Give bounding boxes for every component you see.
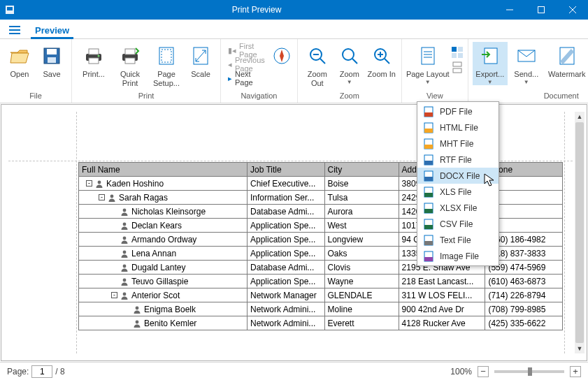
app-menu-button[interactable] [4, 22, 25, 38]
minimize-button[interactable] [494, 0, 525, 20]
navigation-pane-button[interactable] [271, 42, 293, 70]
column-header: City [324, 163, 399, 177]
watermark-button[interactable]: Watermark [545, 42, 588, 79]
img-file-icon [423, 251, 434, 262]
pdf-file-icon [423, 106, 434, 117]
svg-rect-13 [89, 49, 99, 54]
chevron-down-icon: ▼ [524, 79, 529, 85]
svg-rect-36 [452, 47, 457, 52]
open-button[interactable]: Open [4, 42, 35, 79]
save-button[interactable]: Save [36, 42, 67, 79]
scroll-down-icon[interactable]: ▼ [575, 344, 585, 353]
cell: Aurora [324, 205, 399, 219]
svg-point-15 [98, 55, 100, 57]
export-option-html[interactable]: HTML File [417, 119, 499, 136]
zoom-icon [338, 45, 361, 67]
docx-file-icon [423, 170, 434, 182]
zoom-slider-thumb[interactable] [528, 367, 532, 376]
ribbon-group-navigation: ▮◂First Page ◂Previous Page ▸Next Page N… [221, 39, 298, 103]
export-option-txt[interactable]: Text File [417, 232, 499, 248]
tree-expander[interactable]: - [111, 292, 117, 298]
thumbnails-icon[interactable] [451, 46, 464, 59]
page-label: Page: [7, 367, 29, 377]
page-setup-label: Page Setup... [149, 70, 184, 87]
export-option-img[interactable]: Image File [417, 248, 499, 264]
svg-point-49 [123, 222, 127, 226]
scale-button[interactable]: Scale [185, 42, 216, 79]
continuous-icon[interactable] [451, 61, 464, 74]
margin-guide [76, 112, 77, 353]
cell: Database Admi... [247, 261, 324, 275]
window-title: Print Preview [20, 5, 494, 15]
ribbon-group-document: Export...▼ Send...▼ Watermark Document [468, 39, 588, 103]
export-option-xlsx[interactable]: XLSX File [417, 200, 499, 216]
export-option-csv[interactable]: CSV File [417, 216, 499, 232]
quick-print-label: Quick Print [113, 70, 148, 87]
cell: (708) 799-8985 [485, 302, 563, 316]
zoom-out-status-button[interactable]: − [478, 366, 489, 377]
cell: GLENDALE [324, 288, 399, 302]
vertical-scrollbar[interactable]: ▲ ▼ [575, 112, 585, 353]
svg-rect-8 [9, 33, 20, 34]
svg-point-54 [123, 292, 127, 295]
page-setup-button[interactable]: Page Setup... [149, 42, 184, 87]
cell: Oaks [324, 247, 399, 261]
svg-point-48 [123, 208, 127, 212]
cell: Application Spe... [247, 247, 324, 261]
person-icon [120, 221, 129, 230]
svg-rect-14 [89, 58, 99, 64]
page-number-input[interactable] [31, 365, 52, 378]
zoom-in-status-button[interactable]: + [570, 366, 581, 377]
export-option-label: Image File [440, 251, 479, 261]
zoom-out-button[interactable]: Zoom Out [302, 42, 333, 87]
cell: West [324, 219, 399, 233]
svg-point-46 [98, 180, 101, 184]
quick-print-button[interactable]: Quick Print [113, 42, 148, 87]
export-option-label: Text File [440, 235, 471, 245]
print-button[interactable]: Print... [76, 42, 111, 79]
cell-full-name: Nicholas Kleinsorge [131, 207, 206, 217]
svg-line-29 [385, 59, 389, 64]
zoom-slider[interactable] [494, 370, 564, 373]
tab-preview[interactable]: Preview [25, 22, 79, 38]
cell: (610) 463-6873 [485, 275, 563, 288]
svg-rect-42 [485, 48, 497, 64]
xls-file-icon [423, 187, 434, 198]
export-option-rtf[interactable]: RTF File [417, 152, 499, 168]
prev-page-icon: ◂ [228, 60, 232, 69]
zoom-level: 100% [450, 367, 472, 377]
svg-rect-19 [159, 48, 173, 64]
zoom-in-button[interactable]: Zoom In [366, 42, 397, 79]
cell: Information Ser... [247, 191, 324, 205]
close-button[interactable] [557, 0, 588, 20]
cell: (714) 226-8794 [485, 288, 563, 302]
svg-point-51 [123, 250, 127, 254]
svg-rect-74 [424, 241, 433, 245]
scroll-thumb[interactable] [575, 122, 584, 343]
first-page-button[interactable]: ▮◂First Page [225, 43, 269, 57]
svg-rect-60 [424, 129, 433, 133]
send-button[interactable]: Send...▼ [509, 42, 544, 85]
cell: 311 W LOS FELI... [399, 288, 485, 302]
previous-page-button[interactable]: ◂Previous Page [225, 57, 269, 71]
tree-expander[interactable]: - [99, 194, 105, 200]
cell: Application Spe... [247, 275, 324, 288]
export-option-label: XLS File [440, 187, 471, 197]
cell: Everett [324, 316, 399, 330]
zoom-button[interactable]: Zoom▼ [334, 42, 365, 85]
export-button[interactable]: Export...▼ [473, 42, 508, 85]
column-header: Job Title [247, 163, 324, 177]
svg-rect-38 [452, 53, 457, 58]
maximize-button[interactable] [525, 0, 557, 20]
svg-rect-7 [9, 29, 20, 31]
svg-rect-1 [7, 7, 13, 10]
svg-rect-76 [424, 257, 433, 261]
page-layout-button[interactable]: Page Layout▼ [406, 42, 450, 85]
export-option-pdf[interactable]: PDF File [417, 103, 499, 119]
scroll-up-icon[interactable]: ▲ [575, 112, 585, 122]
cell-full-name: Benito Kemler [144, 319, 196, 328]
person-icon [133, 305, 141, 314]
export-option-mht[interactable]: MHT File [417, 136, 499, 152]
next-page-button[interactable]: ▸Next Page [225, 71, 269, 85]
tree-expander[interactable]: - [86, 180, 92, 187]
